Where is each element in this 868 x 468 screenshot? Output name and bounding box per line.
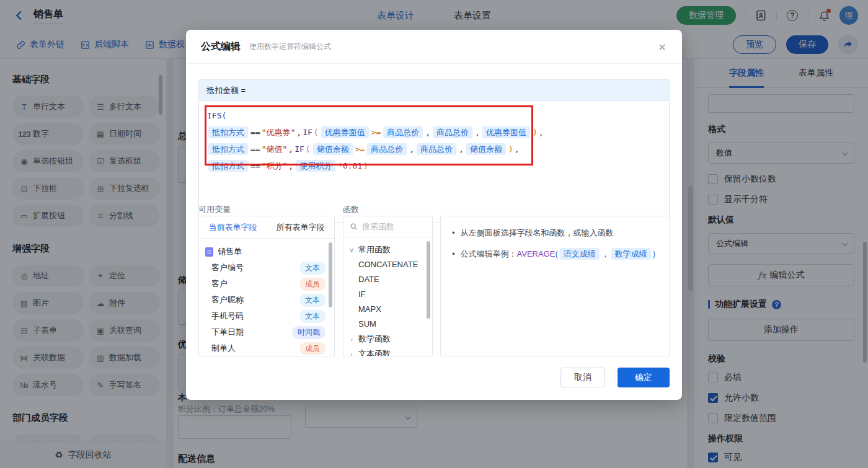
formula-token: , — [288, 144, 293, 154]
formula-token: == — [250, 161, 260, 170]
formula-token: , — [515, 144, 520, 154]
formula-token: "积分" — [262, 161, 288, 170]
variable-row[interactable]: 制单人 成员 — [199, 340, 334, 356]
formula-token: , — [409, 144, 414, 154]
modal-header: 公式编辑 使用数学运算符编辑公式 ✕ — [186, 30, 682, 64]
formula-token: IF — [294, 144, 304, 154]
formula-token: , — [288, 161, 293, 170]
variable-row[interactable]: 下单日期 时间戳 — [199, 324, 334, 340]
function-item-mapx[interactable]: MAPX — [348, 302, 432, 317]
formula-token: ) — [533, 128, 538, 137]
formula-token: , — [539, 128, 544, 137]
formula-token: , — [296, 128, 301, 137]
formula-token: "优惠券" — [262, 128, 296, 137]
tab-all-form-fields[interactable]: 所有表单字段 — [267, 222, 334, 233]
formula-token: ) — [508, 144, 513, 154]
formula-token: >= — [355, 144, 365, 154]
field-chip: 储值余额 — [466, 143, 506, 155]
hint-panel: • 从左侧面板选择字段名和函数，或输入函数 • 公式编辑举例：AVERAGE(语… — [440, 216, 670, 356]
function-item-if[interactable]: IF — [348, 287, 432, 302]
formula-box: 抵扣金额 = IFS( 抵扣方式=="优惠券",IF(优惠券面值>=商品总价,商… — [198, 79, 670, 223]
field-chip: 优惠券面值 — [321, 126, 369, 138]
formula-token: == — [250, 144, 260, 154]
type-badge: 成员 — [299, 278, 326, 291]
hint-line-1: • 从左侧面板选择字段名和函数，或输入函数 — [452, 226, 658, 240]
formula-result-label: 抵扣金额 = — [199, 80, 669, 101]
field-chip: 抵扣方式 — [208, 126, 248, 138]
variables-tabs: 当前表单字段 所有表单字段 — [199, 216, 334, 239]
variables-root[interactable]: 销售单 — [205, 244, 334, 260]
cancel-button[interactable]: 取消 — [560, 368, 605, 387]
field-chip: 储值余额 — [313, 143, 353, 155]
field-chip: 商品总价 — [433, 126, 472, 138]
variable-row[interactable]: 客户 成员 — [199, 276, 334, 292]
variables-label: 可用变量 — [198, 204, 231, 215]
function-item-concatenate[interactable]: CONCATENATE — [348, 257, 432, 272]
variable-row[interactable]: 客户编号 文本 — [199, 260, 334, 276]
chevron-expanded-icon: ∨ — [348, 246, 355, 254]
field-chip: 优惠券面值 — [482, 126, 530, 138]
type-badge: 文本 — [299, 294, 326, 307]
chevron-collapsed-icon: › — [348, 335, 355, 343]
confirm-button[interactable]: 确定 — [618, 368, 670, 387]
variables-scrollbar[interactable] — [329, 242, 332, 307]
modal-footer: 取消 确定 — [560, 368, 670, 387]
field-chip: 数学成绩 — [611, 248, 651, 260]
type-badge: 文本 — [299, 262, 326, 275]
formula-token: "储值" — [262, 144, 288, 154]
functions-panel: ∨ 常用函数 CONCATENATE DATE IF MAPX SUM › 数学… — [343, 216, 433, 356]
formula-token: ( — [314, 128, 319, 137]
type-badge: 成员 — [299, 342, 326, 355]
formula-line: 抵扣方式=="储值",IF(储值余额>=商品总价,商品总价,储值余额), — [206, 141, 662, 157]
formula-editor[interactable]: IFS( 抵扣方式=="优惠券",IF(优惠券面值>=商品总价,商品总价,优惠券… — [199, 101, 669, 180]
formula-token: ) — [363, 161, 368, 170]
modal-subtitle: 使用数学运算符编辑公式 — [249, 42, 331, 52]
field-chip: 商品总价 — [417, 143, 456, 155]
formula-token: IFS( — [207, 111, 226, 120]
formula-line: 抵扣方式=="优惠券",IF(优惠券面值>=商品总价,商品总价,优惠券面值), — [206, 124, 662, 141]
field-chip: 语文成绩 — [560, 248, 600, 260]
formula-token: ( — [306, 144, 311, 154]
app-root: 销售单 表单设计 表单设置 数据管理 ? 理 表单外链 — [0, 0, 868, 468]
tab-current-form-fields[interactable]: 当前表单字段 — [199, 222, 267, 233]
search-input[interactable] — [362, 222, 418, 231]
modal-title: 公式编辑 — [201, 40, 241, 53]
search-icon — [350, 223, 358, 231]
example-function-name: AVERAGE — [517, 249, 556, 258]
function-item-date[interactable]: DATE — [348, 272, 432, 287]
close-icon[interactable]: ✕ — [656, 41, 668, 53]
functions-label: 函数 — [343, 204, 359, 215]
type-badge: 文本 — [299, 310, 326, 323]
function-item-sum[interactable]: SUM — [348, 317, 432, 332]
variables-panel: 当前表单字段 所有表单字段 销售单 客户编号 文本 客户 成员 客户昵称 文本 — [198, 216, 335, 356]
formula-token: IF — [303, 128, 312, 137]
formula-token: == — [250, 128, 260, 137]
function-group-text[interactable]: › 文本函数 — [348, 347, 432, 356]
function-group-math[interactable]: › 数学函数 — [348, 332, 432, 347]
field-chip: 抵扣方式 — [208, 160, 248, 172]
variable-row[interactable]: 客户昵称 文本 — [199, 292, 334, 308]
formula-line: 抵扣方式=="积分",使用积分*0.01) — [206, 157, 662, 174]
formula-edit-modal: 公式编辑 使用数学运算符编辑公式 ✕ 抵扣金额 = IFS( 抵扣方式=="优惠… — [186, 30, 682, 400]
field-chip: 商品总价 — [367, 143, 407, 155]
formula-token: , — [425, 128, 430, 137]
variable-row[interactable]: 手机号码 文本 — [199, 308, 334, 324]
field-chip: 商品总价 — [383, 126, 423, 138]
formula-token: , — [459, 144, 464, 154]
formula-line: IFS( — [206, 107, 662, 124]
type-badge: 时间戳 — [292, 326, 326, 339]
hint-line-2: • 公式编辑举例：AVERAGE(语文成绩，数学成绩) — [452, 247, 658, 261]
formula-token: , — [475, 128, 480, 137]
formula-token: *0.01 — [338, 161, 362, 170]
field-chip: 抵扣方式 — [208, 143, 248, 155]
function-group-common[interactable]: ∨ 常用函数 — [348, 242, 432, 257]
form-doc-icon — [205, 247, 213, 257]
chevron-collapsed-icon: › — [348, 350, 355, 356]
formula-token: >= — [371, 128, 381, 137]
field-chip: 使用积分 — [296, 160, 335, 172]
functions-scrollbar[interactable] — [427, 241, 430, 319]
function-search[interactable] — [343, 216, 432, 237]
